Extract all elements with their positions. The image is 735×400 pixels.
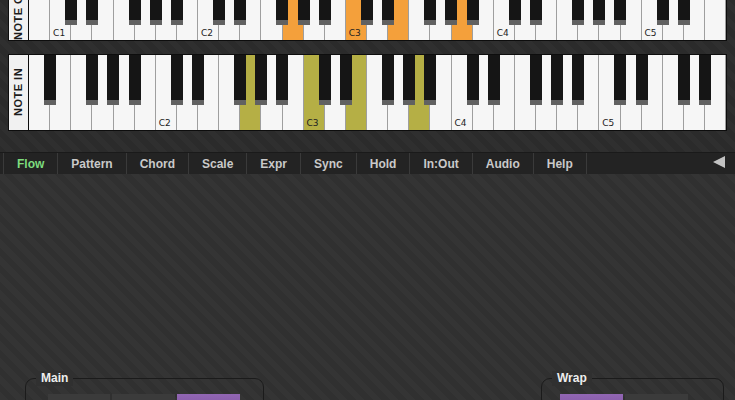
black-key[interactable]: [636, 55, 648, 105]
black-key[interactable]: [467, 0, 479, 25]
white-key[interactable]: [705, 0, 726, 40]
black-key[interactable]: [614, 55, 626, 105]
octave-label: C5: [645, 28, 657, 38]
note-in-label-strip: NOTE IN: [8, 54, 28, 131]
black-key[interactable]: [678, 55, 690, 105]
tab-hold[interactable]: Hold: [357, 153, 411, 174]
black-key[interactable]: [445, 0, 457, 25]
black-key[interactable]: [192, 55, 204, 105]
note-in-keys: C2C3C4C5: [28, 54, 727, 131]
black-key[interactable]: [213, 0, 225, 25]
black-key[interactable]: [44, 55, 56, 105]
tab-audio[interactable]: Audio: [473, 153, 534, 174]
black-key[interactable]: [234, 55, 246, 105]
black-key[interactable]: [255, 55, 267, 105]
wrap-off-button[interactable]: OFF: [560, 394, 623, 400]
octave-label: C3: [349, 28, 361, 38]
black-key[interactable]: [551, 55, 563, 105]
tab-bar: FlowPatternChordScaleExprSyncHoldIn:OutA…: [0, 152, 735, 174]
octave-label: C3: [307, 118, 319, 128]
main-off-button[interactable]: OFF: [48, 394, 110, 400]
black-key[interactable]: [382, 0, 394, 25]
black-key[interactable]: [530, 55, 542, 105]
octave-label: C2: [159, 118, 171, 128]
arpeggiator-plugin-window: { "keyboards": { "note_out": { "label": …: [0, 0, 735, 400]
black-key[interactable]: [614, 0, 626, 25]
black-key[interactable]: [424, 0, 436, 25]
note-out-keys: C1C2C3C4C5: [28, 0, 727, 41]
tab-sync[interactable]: Sync: [301, 153, 357, 174]
tab-inout[interactable]: In:Out: [410, 153, 472, 174]
octave-label: C4: [497, 28, 509, 38]
note-in-keyboard: NOTE IN C2C3C4C5: [8, 54, 727, 131]
black-key[interactable]: [678, 0, 690, 25]
black-key[interactable]: [319, 55, 331, 105]
main-button-row: OFFGATEON: [48, 394, 240, 400]
octave-label: C1: [53, 28, 65, 38]
black-key[interactable]: [340, 55, 352, 105]
tab-pattern[interactable]: Pattern: [58, 153, 126, 174]
black-key[interactable]: [129, 55, 141, 105]
black-key[interactable]: [509, 0, 521, 25]
note-in-label: NOTE IN: [12, 68, 24, 116]
black-key[interactable]: [65, 0, 77, 25]
note-out-keyboard: NOTE OUT C1C2C3C4C5: [8, 0, 727, 41]
note-out-label: NOTE OUT: [12, 0, 24, 40]
black-key[interactable]: [276, 55, 288, 105]
main-group-title: Main: [36, 371, 73, 386]
black-key[interactable]: [234, 0, 246, 25]
black-key[interactable]: [593, 0, 605, 25]
black-key[interactable]: [107, 55, 119, 105]
tab-scale[interactable]: Scale: [189, 153, 247, 174]
main-gate-button[interactable]: GATE: [112, 394, 175, 400]
octave-label: C4: [454, 118, 466, 128]
black-key[interactable]: [572, 55, 584, 105]
tab-help[interactable]: Help: [534, 153, 587, 174]
black-key[interactable]: [467, 55, 479, 105]
black-key[interactable]: [382, 55, 394, 105]
black-key[interactable]: [488, 55, 500, 105]
wrap-button-row: OFFON: [560, 394, 688, 400]
tab-flow[interactable]: Flow: [3, 153, 58, 174]
flow-panel: Main OFFGATEON Wrap OFFON Arpeggiator UP…: [0, 174, 735, 400]
collapse-left-arrow-icon[interactable]: [713, 156, 725, 168]
main-on-button[interactable]: ON: [177, 394, 240, 400]
octave-label: C2: [201, 28, 213, 38]
note-out-label-strip: NOTE OUT: [8, 0, 28, 41]
octave-label: C5: [602, 118, 614, 128]
black-key[interactable]: [150, 0, 162, 25]
black-key[interactable]: [171, 55, 183, 105]
black-key[interactable]: [298, 0, 310, 25]
black-key[interactable]: [361, 0, 373, 25]
black-key[interactable]: [171, 0, 183, 25]
wrap-on-button[interactable]: ON: [625, 394, 688, 400]
black-key[interactable]: [86, 55, 98, 105]
black-key[interactable]: [530, 0, 542, 25]
black-key[interactable]: [657, 0, 669, 25]
black-key[interactable]: [319, 0, 331, 25]
black-key[interactable]: [129, 0, 141, 25]
black-key[interactable]: [403, 55, 415, 105]
tab-expr[interactable]: Expr: [247, 153, 301, 174]
wrap-group: Wrap OFFON: [541, 378, 724, 400]
tab-chord[interactable]: Chord: [127, 153, 189, 174]
black-key[interactable]: [572, 0, 584, 25]
main-group: Main OFFGATEON: [25, 378, 264, 400]
black-key[interactable]: [276, 0, 288, 25]
black-key[interactable]: [424, 55, 436, 105]
wrap-group-title: Wrap: [552, 371, 592, 386]
black-key[interactable]: [86, 0, 98, 25]
white-key[interactable]: [29, 0, 50, 40]
black-key[interactable]: [699, 55, 711, 105]
